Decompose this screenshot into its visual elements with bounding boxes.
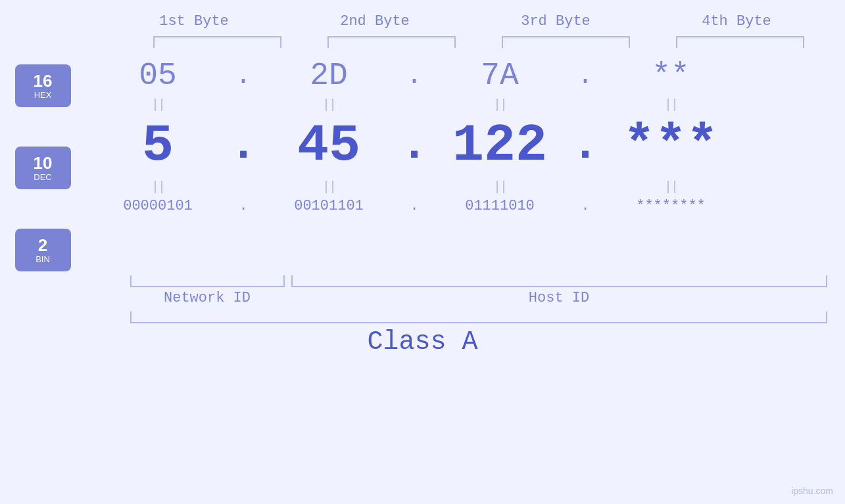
dec-cell-1: 5 — [85, 116, 230, 175]
byte1-header: 1st Byte — [122, 13, 266, 30]
watermark: ipshu.com — [791, 486, 833, 496]
dec-dot-2: . — [401, 120, 427, 172]
bin-cell-2: 00101101 — [256, 198, 401, 214]
eq2-cell1: || — [85, 179, 230, 195]
hex-badge: 16 HEX — [15, 64, 71, 107]
hex-badge-num: 16 — [34, 72, 53, 91]
values-grid: 05 . 2D . 7A . ** — [85, 58, 845, 214]
eq2-cell4: || — [598, 179, 743, 195]
bin-value-3: 01111010 — [465, 198, 535, 214]
dec-cell-2: 45 — [256, 116, 401, 175]
bin-values-row: 00000101 . 00101101 . 01111010 . — [85, 198, 845, 214]
byte3-header: 3rd Byte — [483, 13, 628, 30]
hex-value-2: 2D — [310, 58, 348, 93]
network-bracket — [130, 275, 285, 287]
hex-dot-1: . — [230, 61, 256, 91]
bin-cell-1: 00000101 — [85, 198, 230, 214]
dec-badge-num: 10 — [34, 154, 53, 173]
top-brackets — [130, 36, 827, 48]
dec-values-row: 5 . 45 . 122 . *** — [85, 116, 845, 175]
main-container: 1st Byte 2nd Byte 3rd Byte 4th Byte 16 H… — [0, 0, 845, 504]
bottom-brackets — [130, 275, 827, 287]
bin-badge: 2 BIN — [15, 229, 71, 271]
dec-cell-3: 122 — [427, 116, 572, 175]
dec-dot-1: . — [230, 120, 256, 172]
main-content: 16 HEX 10 DEC 2 BIN 05 . — [0, 58, 845, 271]
eq2-cell2: || — [256, 179, 401, 195]
bin-dot-1: . — [230, 198, 256, 214]
byte2-header: 2nd Byte — [302, 13, 447, 30]
bin-cell-3: 01111010 — [427, 198, 572, 214]
dec-value-3: 122 — [452, 116, 547, 175]
eq1-cell2: || — [256, 97, 401, 112]
dec-value-2: 45 — [297, 116, 360, 175]
eq1-cell4: || — [598, 97, 743, 112]
bin-dot-2: . — [401, 198, 427, 214]
bracket-byte2 — [327, 36, 456, 48]
hex-dot-2: . — [401, 61, 427, 91]
host-bracket — [291, 275, 827, 287]
byte4-header: 4th Byte — [664, 13, 809, 30]
host-id-label: Host ID — [291, 290, 827, 306]
hex-badge-label: HEX — [34, 90, 52, 100]
bracket-byte4 — [676, 36, 804, 48]
dec-badge: 10 DEC — [15, 147, 71, 189]
hex-dot-3: . — [572, 61, 598, 91]
class-label: Class A — [367, 327, 477, 357]
bin-cell-4: ******** — [598, 198, 743, 214]
dec-value-1: 5 — [142, 116, 174, 175]
long-bottom-bracket — [130, 311, 827, 323]
hex-cell-2: 2D — [256, 58, 401, 93]
bin-value-1: 00000101 — [123, 198, 193, 214]
byte-headers-row: 1st Byte 2nd Byte 3rd Byte 4th Byte — [104, 13, 827, 30]
dec-dot-3: . — [572, 120, 598, 172]
dec-badge-label: DEC — [34, 172, 51, 182]
hex-values-row: 05 . 2D . 7A . ** — [85, 58, 845, 93]
bin-dot-3: . — [572, 198, 598, 214]
bracket-byte1 — [153, 36, 281, 48]
dec-value-4: *** — [623, 116, 718, 175]
hex-cell-1: 05 — [85, 58, 230, 93]
hex-value-1: 05 — [139, 58, 177, 93]
badges-column: 16 HEX 10 DEC 2 BIN — [0, 58, 85, 271]
bracket-byte3 — [502, 36, 630, 48]
eq2-cell3: || — [427, 179, 572, 195]
eq1-cell3: || — [427, 97, 572, 112]
hex-cell-4: ** — [598, 58, 743, 93]
eq1-cell1: || — [85, 97, 230, 112]
bin-value-4: ******** — [636, 198, 706, 214]
equals-row-2: || || || || — [85, 177, 845, 196]
bin-value-2: 00101101 — [294, 198, 364, 214]
id-labels-row: Network ID Host ID — [130, 290, 827, 306]
network-id-label: Network ID — [130, 290, 285, 306]
hex-cell-3: 7A — [427, 58, 572, 93]
bin-badge-label: BIN — [36, 254, 50, 264]
equals-row-1: || || || || — [85, 95, 845, 114]
dec-cell-4: *** — [598, 116, 743, 175]
bin-badge-num: 2 — [38, 236, 47, 255]
hex-value-3: 7A — [481, 58, 519, 93]
hex-value-4: ** — [652, 58, 690, 93]
